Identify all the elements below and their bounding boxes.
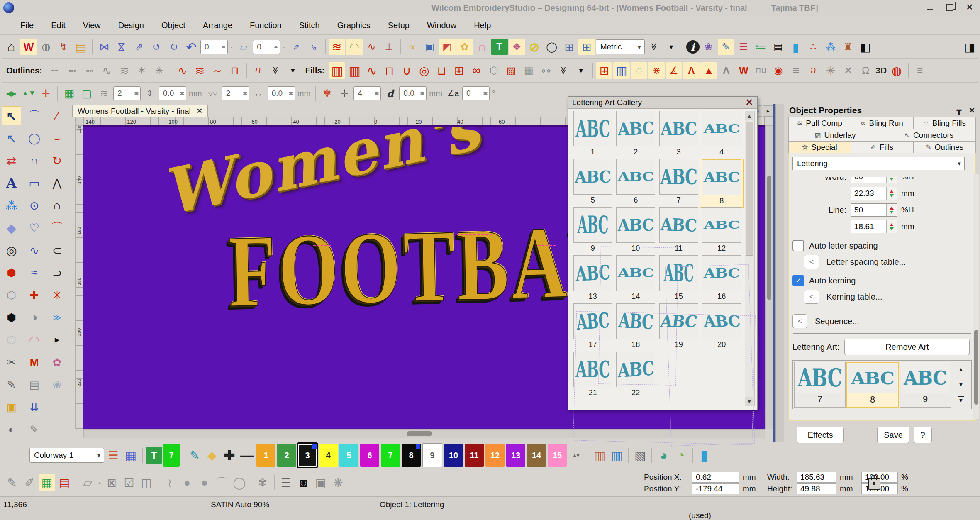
product-visualizer-icon[interactable]: T: [491, 39, 508, 55]
thread-chart2-icon[interactable]: ▥: [609, 447, 625, 464]
morph-pencil-icon[interactable]: ✎: [4, 474, 20, 491]
fill-chevron-down-icon[interactable]: ▾: [573, 62, 589, 79]
remove-color-icon[interactable]: —: [239, 447, 255, 464]
square-wave-icon[interactable]: ⊓⊔: [753, 62, 769, 79]
fill-nib-icon[interactable]: ◆: [204, 447, 220, 464]
coreldraw-launch-icon[interactable]: ◍: [38, 39, 54, 55]
column-crown-tool[interactable]: ✚: [25, 286, 44, 304]
art-style-14[interactable]: ABC 14: [614, 255, 658, 303]
triple-run-icon[interactable]: ≋: [192, 62, 208, 79]
menu-item[interactable]: Setup: [379, 18, 418, 33]
swatch-13[interactable]: 13: [506, 444, 525, 467]
polyline-tool[interactable]: ⋀: [48, 174, 66, 192]
swatch-1[interactable]: 1: [256, 444, 275, 467]
freehand-closed-tool[interactable]: ≈: [25, 264, 44, 282]
aspect-lock-icon[interactable]: [868, 478, 880, 490]
menu-item[interactable]: Arrange: [194, 18, 241, 33]
art-style-3[interactable]: ABC 3: [657, 111, 700, 159]
flower-outline-tool[interactable]: ❀: [48, 376, 66, 394]
art-style-13[interactable]: ABC 13: [571, 255, 614, 303]
chevron-double-down-icon[interactable]: ≫: [646, 39, 662, 55]
stagger-icon[interactable]: ▽▽: [205, 85, 221, 102]
design-window-icon[interactable]: ◨: [961, 39, 978, 55]
show-hoop-icon[interactable]: ◯: [544, 39, 560, 55]
art-option[interactable]: ABC 7: [794, 362, 846, 408]
color-swap-tool[interactable]: ⇄: [2, 151, 21, 170]
image-frame-icon[interactable]: ▣: [312, 474, 329, 491]
outline-chevron-down-icon[interactable]: ▾: [285, 62, 301, 79]
freehand-open-tool[interactable]: ∿: [25, 241, 44, 259]
flyout-arrow[interactable]: ▶: [48, 331, 66, 349]
art-style-1[interactable]: ABC 1: [571, 111, 614, 159]
letter-spacing-back-button[interactable]: <: [804, 255, 819, 269]
color-mix-icon[interactable]: ◔: [673, 447, 689, 464]
swatch-spinner[interactable]: ▴▾: [568, 447, 585, 464]
sequence-back-button[interactable]: <: [792, 314, 807, 328]
cutwork-icon[interactable]: ▧: [632, 447, 648, 464]
art-style-12[interactable]: ABC 12: [700, 207, 744, 255]
rectangle-tool[interactable]: ▭: [25, 174, 44, 192]
curve-segment-icon[interactable]: ⌒: [214, 474, 230, 491]
scallop-border-tool[interactable]: ◠: [25, 331, 44, 349]
artwork-shapes-icon[interactable]: ◩: [439, 39, 456, 55]
menu-item[interactable]: Object: [153, 18, 194, 33]
backstitch-icon[interactable]: ∼: [209, 62, 226, 79]
art-style-19[interactable]: ABC 19: [657, 303, 700, 352]
tab[interactable]: ▨Underlay: [788, 129, 882, 141]
art-thumbnail[interactable]: ABC: [616, 255, 655, 291]
art-thumbnail[interactable]: ABC: [702, 207, 741, 243]
open-curve-tool[interactable]: ⌒: [25, 107, 44, 125]
capture-camera-icon[interactable]: ◙: [295, 474, 312, 491]
hexagon-light-tool[interactable]: ⬡: [2, 331, 21, 349]
double-circles-tool[interactable]: ◑: [25, 308, 44, 327]
swatch-12[interactable]: 12: [485, 444, 505, 467]
gallery-close-icon[interactable]: ✕: [746, 97, 753, 108]
outline-hatch-icon[interactable]: ≋: [116, 62, 133, 79]
wreath-icon[interactable]: ▢: [78, 85, 95, 102]
art-style-17[interactable]: ABC 17: [571, 303, 614, 352]
show-rulers-icon[interactable]: ⊞: [578, 39, 595, 55]
scrollbar-thumb[interactable]: [974, 330, 978, 405]
art-style-22[interactable]: ABC 22: [614, 352, 658, 400]
split-columns-icon[interactable]: ◫: [138, 474, 155, 491]
zigzag-stitch-icon[interactable]: ≋: [329, 39, 345, 55]
swatch-5[interactable]: 5: [339, 444, 358, 467]
reshape-box-icon[interactable]: ▱: [79, 474, 96, 491]
art-style-15[interactable]: ABC 15: [657, 255, 700, 303]
add-color-icon[interactable]: ✚: [221, 447, 238, 464]
stemstitch-icon[interactable]: ⊓: [227, 62, 243, 79]
angle-lines-icon[interactable]: ∡: [666, 62, 682, 79]
art-style-18[interactable]: ABC 18: [614, 303, 658, 352]
contour-fill-icon[interactable]: ◎: [416, 62, 432, 79]
line-spacing-mm-input[interactable]: 18.61: [851, 220, 897, 233]
fancy-pencil-icon[interactable]: ✐: [21, 474, 38, 491]
wilcom-logo-icon[interactable]: W: [20, 39, 37, 55]
art-thumbnail[interactable]: ABC: [702, 255, 741, 291]
star-burst-icon[interactable]: ⋇: [648, 62, 665, 79]
show-grid-icon[interactable]: ⊞: [561, 39, 578, 55]
motif-run-icon[interactable]: ≀≀: [250, 62, 266, 79]
swatch-11[interactable]: 11: [465, 444, 484, 467]
cross-hatch-icon[interactable]: ✕: [840, 62, 856, 79]
art-thumbnail[interactable]: ABC: [616, 303, 655, 339]
height-input[interactable]: 49.88: [797, 483, 836, 494]
art-style-21[interactable]: ABC 21: [571, 352, 614, 400]
sculpture-lines-icon[interactable]: ≡: [787, 62, 804, 79]
star-wheel-tool[interactable]: ✳: [48, 286, 66, 304]
needle-penetrations-icon[interactable]: ⊥: [381, 39, 397, 55]
threed-effect-icon[interactable]: 3D: [875, 62, 887, 79]
stitch-dots-icon[interactable]: ∴: [805, 39, 822, 55]
swatch-3[interactable]: 3: [298, 444, 317, 467]
tab[interactable]: ✐Fills: [851, 141, 914, 153]
skew-angle-input[interactable]: 0: [253, 40, 280, 54]
gallery-scrollbar[interactable]: ▲ ▼: [745, 111, 755, 406]
tab[interactable]: ⁘Bling Fills: [913, 117, 976, 129]
hexagon-black-tool[interactable]: ⬢: [2, 308, 21, 327]
art-thumbnail[interactable]: ABC: [659, 111, 698, 146]
curved-band-tool[interactable]: ⌒: [48, 219, 66, 237]
transform-repeat-icon[interactable]: ⇘: [305, 39, 322, 55]
kerning-back-button[interactable]: <: [804, 290, 819, 304]
fill-chevron-double-icon[interactable]: ≫: [555, 62, 572, 79]
scroll-up-icon[interactable]: ▲: [745, 111, 753, 120]
color-list-icon[interactable]: ☰: [105, 447, 122, 464]
